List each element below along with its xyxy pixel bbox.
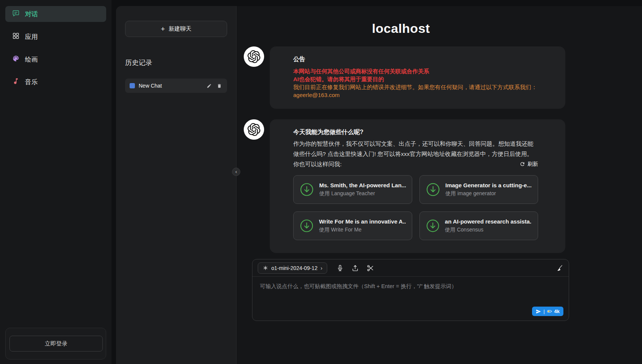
announcement-heading: 公告 — [293, 56, 550, 63]
suggestion-grid: Ms. Smith, the AI-powered Lan... 使用 Lang… — [293, 175, 538, 240]
welcome-heading: 今天我能为您做些什么呢? — [293, 128, 538, 136]
suggestion-text: Image Generator is a cutting-e... 使用 ima… — [446, 182, 532, 197]
model-label: o1-mini-2024-09-12 — [271, 265, 317, 271]
suggestion-card[interactable]: Image Generator is a cutting-e... 使用 ima… — [419, 175, 538, 204]
chat-mask-icon — [130, 83, 135, 88]
page-title: localhost — [237, 21, 565, 36]
suggestion-title: an AI-powered research assista... — [445, 218, 532, 225]
sidebar-item-label: 应用 — [25, 32, 38, 41]
welcome-hint: 你也可以这样问我: — [293, 159, 342, 169]
announcement-bubble: 公告 本网站与任何其他公司或商标没有任何关联或合作关系 AI也会犯错。请勿将其用… — [270, 46, 565, 109]
avatar — [244, 119, 264, 140]
hint-row: 你也可以这样问我: 刷新 — [293, 159, 538, 169]
palette-icon — [12, 55, 20, 64]
message-announcement: 公告 本网站与任何其他公司或商标没有任何关联或合作关系 AI也会犯错。请勿将其用… — [237, 46, 565, 109]
history-panel: + 新建聊天 历史记录 New Chat — [116, 6, 236, 364]
suggestion-subtitle: 使用 Consensus — [445, 227, 532, 233]
suggestion-title: Write For Me is an innovative A... — [319, 218, 405, 225]
composer-toolbar: o1-mini-2024-09-12 › — [252, 259, 569, 277]
music-note-icon — [12, 77, 20, 87]
chevron-left-icon: ‹ — [235, 169, 237, 174]
sidebar-item-chat[interactable]: 对话 — [5, 6, 106, 22]
contact-email-link[interactable]: ageerle@163.com — [293, 91, 340, 99]
new-chat-button[interactable]: + 新建聊天 — [125, 21, 227, 37]
suggestion-title: Image Generator is a cutting-e... — [446, 182, 532, 188]
refresh-button[interactable]: 刷新 — [520, 159, 538, 169]
suggestion-subtitle: 使用 Write For Me — [319, 227, 405, 233]
plus-icon: + — [161, 25, 165, 32]
circle-down-arrow-icon — [426, 182, 440, 197]
circle-down-arrow-icon — [300, 182, 314, 197]
welcome-bubble: 今天我能为您做些什么呢? 作为你的智慧伙伴，我不仅可以写文案、出点子，还可以和你… — [270, 119, 565, 253]
broom-clear-icon[interactable] — [556, 264, 563, 272]
pill-separator: | — [543, 308, 545, 314]
suggestion-card[interactable]: Write For Me is an innovative A... 使用 Wr… — [293, 211, 412, 240]
message-input[interactable] — [259, 282, 562, 308]
sidebar-item-music[interactable]: 音乐 — [5, 74, 106, 90]
announcement-line-2: AI也会犯错。请勿将其用于重要目的 — [293, 75, 550, 83]
composer: o1-mini-2024-09-12 › — [252, 259, 569, 321]
battery-icon — [547, 309, 552, 314]
collapse-sidebar-button[interactable]: ‹ — [232, 168, 240, 176]
suggestion-text: Ms. Smith, the AI-powered Lan... 使用 Lang… — [319, 182, 406, 197]
openai-logo-icon — [248, 123, 260, 136]
workspace: + 新建聊天 历史记录 New Chat — [116, 6, 642, 364]
circle-down-arrow-icon — [426, 219, 440, 233]
scissors-icon[interactable] — [367, 264, 374, 272]
openai-logo-icon — [248, 50, 260, 63]
delete-trash-icon[interactable] — [216, 83, 223, 89]
sidebar-item-label: 绘画 — [25, 55, 38, 64]
login-button[interactable]: 立即登录 — [9, 336, 103, 352]
suggestion-text: an AI-powered research assista... 使用 Con… — [445, 218, 532, 233]
app-root: 对话 应用 绘画 — [0, 0, 642, 364]
login-box: 立即登录 — [5, 328, 106, 359]
message-welcome: 今天我能为您做些什么呢? 作为你的智慧伙伴，我不仅可以写文案、出点子，还可以和你… — [237, 119, 565, 253]
sidebar-item-label: 音乐 — [25, 78, 38, 86]
history-title: 历史记录 — [125, 58, 227, 67]
sidebar: 对话 应用 绘画 — [0, 0, 111, 364]
suggestion-subtitle: 使用 image generator — [446, 190, 532, 197]
suggestion-card[interactable]: Ms. Smith, the AI-powered Lan... 使用 Lang… — [293, 175, 412, 204]
suggestion-text: Write For Me is an innovative A... 使用 Wr… — [319, 218, 405, 233]
history-list-item[interactable]: New Chat — [125, 79, 227, 93]
sidebar-item-drawing[interactable]: 绘画 — [5, 51, 106, 67]
new-chat-label: 新建聊天 — [169, 25, 192, 32]
announcement-line-3: 我们目前正在修复我们网站上的错误并改进细节。如果您有任何疑问，请通过以下方式联系… — [293, 83, 550, 91]
avatar — [244, 46, 264, 67]
suggestion-card[interactable]: an AI-powered research assista... 使用 Con… — [419, 211, 538, 240]
suggestion-title: Ms. Smith, the AI-powered Lan... — [319, 182, 406, 188]
sparkle-icon — [263, 265, 268, 271]
refresh-icon — [520, 161, 525, 167]
welcome-body: 作为你的智慧伙伴，我不仅可以写文案、出点子，还可以和你聊天、回答问题。想知道我还… — [293, 139, 538, 159]
sidebar-item-label: 对话 — [25, 10, 38, 19]
send-token-pill[interactable]: | 4k — [532, 307, 563, 316]
sidebar-item-apps[interactable]: 应用 — [5, 29, 106, 45]
apps-grid-icon — [12, 32, 20, 42]
refresh-label: 刷新 — [528, 159, 538, 169]
suggestion-subtitle: 使用 Language Teacher — [319, 190, 406, 197]
microphone-icon[interactable] — [336, 264, 344, 272]
chat-bubble-icon — [12, 9, 20, 19]
upload-icon[interactable] — [351, 264, 359, 272]
announcement-line-1: 本网站与任何其他公司或商标没有任何关联或合作关系 — [293, 67, 550, 75]
circle-down-arrow-icon — [300, 219, 314, 233]
model-selector[interactable]: o1-mini-2024-09-12 › — [258, 262, 327, 274]
history-item-title: New Chat — [139, 83, 202, 89]
edit-pencil-icon[interactable] — [206, 83, 212, 89]
composer-input-area: | 4k — [252, 277, 569, 321]
token-count: 4k — [554, 308, 560, 314]
send-plane-icon — [536, 309, 541, 314]
chat-area: localhost 公告 本网站与任何其他公司或商标没有任何关联或合作关系 AI… — [236, 6, 642, 364]
chevron-right-icon: › — [320, 265, 322, 271]
